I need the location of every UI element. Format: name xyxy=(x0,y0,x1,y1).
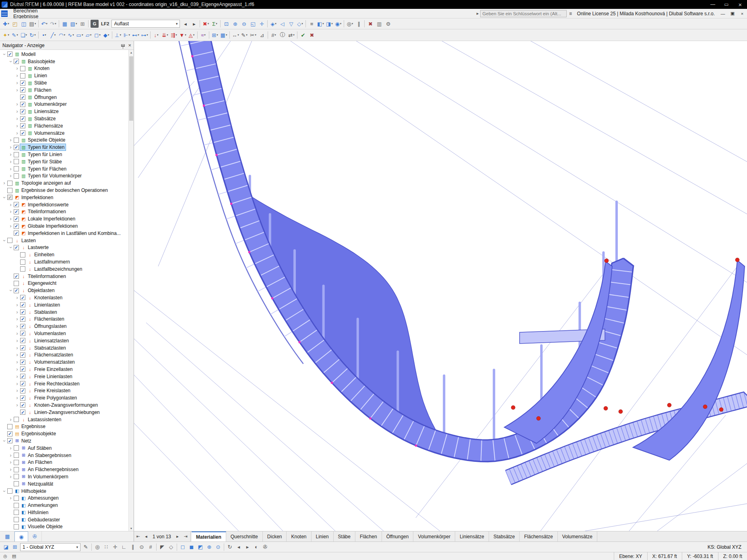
checkbox[interactable] xyxy=(20,266,25,272)
tree-item-an-flächen[interactable]: ›⊞An Flächen xyxy=(0,459,128,466)
tree-item-volumensätze[interactable]: ›✓▥Volumensätze xyxy=(0,130,128,137)
spreadsheet-icon[interactable]: ⊞ xyxy=(78,19,87,28)
tree-item-knoten[interactable]: ›▥Knoten xyxy=(0,65,128,72)
line-grid-icon[interactable]: # xyxy=(146,543,155,552)
generate-mesh-icon[interactable]: ▦▾ xyxy=(219,31,228,39)
checkbox[interactable]: ✓ xyxy=(20,381,25,386)
self-weight-toggle[interactable]: G xyxy=(91,20,99,28)
panel-tab-knoten[interactable]: Knoten xyxy=(287,531,311,541)
expand-arrow-icon[interactable]: › xyxy=(14,359,20,365)
expand-arrow-icon[interactable]: › xyxy=(14,295,20,301)
display-properties-icon[interactable]: ≡ xyxy=(307,19,316,28)
checkbox[interactable]: ✓ xyxy=(20,123,25,128)
expand-arrow-icon[interactable]: › xyxy=(14,73,20,78)
snap-icon[interactable]: ◎ xyxy=(93,543,102,552)
new-member-icon[interactable]: ▭▾ xyxy=(75,31,84,39)
tree-item-visuelle-objekte[interactable]: ◧Visuelle Objekte xyxy=(0,523,128,531)
guidelines-icon[interactable]: ∥ xyxy=(128,543,137,552)
pan-view-icon[interactable]: ✛ xyxy=(257,19,266,28)
scroll-down-icon[interactable]: ▼ xyxy=(129,526,134,531)
new-surface-icon[interactable]: ▱▾ xyxy=(84,31,93,39)
tree-item-lasten[interactable]: ›↓Lasten xyxy=(0,237,128,244)
checkbox[interactable]: ✓ xyxy=(7,431,12,436)
object-snap-icon[interactable]: ⊙ xyxy=(137,543,146,552)
tree-item-stabsätze[interactable]: ›✓▥Stabsätze xyxy=(0,115,128,122)
first-page-button[interactable]: ⇤ xyxy=(134,531,142,541)
new-line-icon[interactable]: ╱▾ xyxy=(49,31,58,39)
ortho-mode-icon[interactable]: ∟ xyxy=(120,543,128,552)
zoom-all-icon[interactable]: ◱ xyxy=(248,19,257,28)
tree-item-typen-für-stäbe[interactable]: ›▥Typen für Stäbe xyxy=(0,158,128,165)
collapse-arrow-icon[interactable]: › xyxy=(2,195,7,200)
checkbox[interactable]: ✓ xyxy=(14,202,19,207)
checkbox[interactable]: ✓ xyxy=(14,245,19,250)
numbering-icon[interactable]: #▾ xyxy=(269,31,278,39)
collapse-arrow-icon[interactable]: › xyxy=(8,245,14,250)
rotate-objects-icon[interactable]: ↻▾ xyxy=(28,31,37,39)
plane-xy-icon[interactable]: ⊞ xyxy=(10,543,19,552)
expand-arrow-icon[interactable]: › xyxy=(8,159,13,165)
navigator-views-tab[interactable]: ✇ xyxy=(28,531,42,541)
mdi-restore-button[interactable]: ▣ xyxy=(728,9,737,18)
collapse-arrow-icon[interactable]: › xyxy=(8,288,14,293)
tree-item-anmerkungen[interactable]: ◧Anmerkungen xyxy=(0,502,128,509)
tree-item-titelinformationen[interactable]: ›✓◩Titelinformationen xyxy=(0,208,128,216)
panel-tab-stabsätze[interactable]: Stabsätze xyxy=(489,531,520,541)
tree-item-einheiten[interactable]: ↓Einheiten xyxy=(0,251,128,258)
expand-arrow-icon[interactable]: › xyxy=(14,80,20,86)
show-origin-icon[interactable]: ⊙ xyxy=(214,543,223,552)
tree-item-gebäuderaster[interactable]: ◧Gebäuderaster xyxy=(0,516,128,523)
checkbox[interactable]: ✓ xyxy=(20,331,25,336)
tree-item-topologie-anzeigen-auf[interactable]: ›▥Topologie anzeigen auf xyxy=(0,179,128,187)
expand-arrow-icon[interactable]: › xyxy=(8,209,13,214)
expand-arrow-icon[interactable]: › xyxy=(14,116,20,121)
checkbox[interactable] xyxy=(14,152,19,157)
tree-item-in-volumenkörpern[interactable]: ›⊞In Volumenkörpern xyxy=(0,473,128,480)
snap-status-icon[interactable]: ◎ xyxy=(2,554,9,559)
checkbox[interactable] xyxy=(14,517,19,522)
checkbox[interactable]: ✓ xyxy=(14,231,19,236)
checkbox[interactable]: ✓ xyxy=(20,130,25,136)
tree-item-flächensätze[interactable]: ›✓▥Flächensätze xyxy=(0,122,128,130)
checkbox[interactable] xyxy=(20,73,25,78)
panel-tab-öffnungen[interactable]: Öffnungen xyxy=(382,531,414,541)
view-z-icon[interactable]: ◇▾ xyxy=(295,19,304,28)
checkbox[interactable]: ✓ xyxy=(14,224,19,229)
checkbox[interactable]: ✓ xyxy=(20,116,25,121)
collapse-arrow-icon[interactable]: › xyxy=(2,438,7,443)
tree-item-öffnungslasten[interactable]: ›✓↓Öffnungslasten xyxy=(0,323,128,330)
checkbox[interactable]: ✓ xyxy=(20,317,25,322)
tree-item-flächenlasten[interactable]: ›✓↓Flächenlasten xyxy=(0,315,128,323)
visibility-modes-icon[interactable]: ◉▾ xyxy=(334,19,343,28)
imperfections-icon[interactable]: ≈▾ xyxy=(199,31,208,39)
tree-item-stablasten[interactable]: ›✓↓Stablasten xyxy=(0,309,128,316)
navigator-close-icon[interactable]: × xyxy=(128,42,131,48)
nodal-load-icon[interactable]: ↓▾ xyxy=(152,31,161,39)
checkbox[interactable]: ✓ xyxy=(20,302,25,307)
collapse-arrow-icon[interactable]: › xyxy=(2,238,7,243)
line-support-icon[interactable]: ⊩▾ xyxy=(122,31,131,39)
tree-item-lastfallnummern[interactable]: ↓Lastfallnummern xyxy=(0,258,128,266)
checkbox[interactable]: ✓ xyxy=(20,109,25,114)
checkbox[interactable] xyxy=(14,138,19,143)
expand-arrow-icon[interactable]: › xyxy=(14,101,20,107)
expand-arrow-icon[interactable]: › xyxy=(8,467,13,472)
maximize-button[interactable]: ▭ xyxy=(720,0,733,9)
tree-item-eigengewicht[interactable]: ↓Eigengewicht xyxy=(0,280,128,287)
previous-view-icon[interactable]: ◂ xyxy=(234,543,243,552)
expand-arrow-icon[interactable]: › xyxy=(14,402,20,408)
tree-item-knotenlasten[interactable]: ›✓↓Knotenlasten xyxy=(0,294,128,301)
checkbox[interactable]: ✓ xyxy=(7,438,12,443)
model-3d-view[interactable] xyxy=(134,41,747,531)
collapse-arrow-icon[interactable]: › xyxy=(2,488,7,494)
nodal-support-icon[interactable]: ⊥▾ xyxy=(113,31,122,39)
expand-arrow-icon[interactable]: › xyxy=(8,202,13,208)
work-plane-icon[interactable]: ◪ xyxy=(2,543,10,552)
checkbox[interactable] xyxy=(14,481,19,486)
snap-grid-icon[interactable]: ✛ xyxy=(111,543,120,552)
panel-tab-liniensätze[interactable]: Liniensätze xyxy=(455,531,489,541)
expand-arrow-icon[interactable]: › xyxy=(14,123,20,129)
mdi-minimize-button[interactable]: — xyxy=(718,9,728,18)
expand-arrow-icon[interactable]: › xyxy=(14,381,20,387)
wireframe-view-icon[interactable]: ◻ xyxy=(178,543,187,552)
